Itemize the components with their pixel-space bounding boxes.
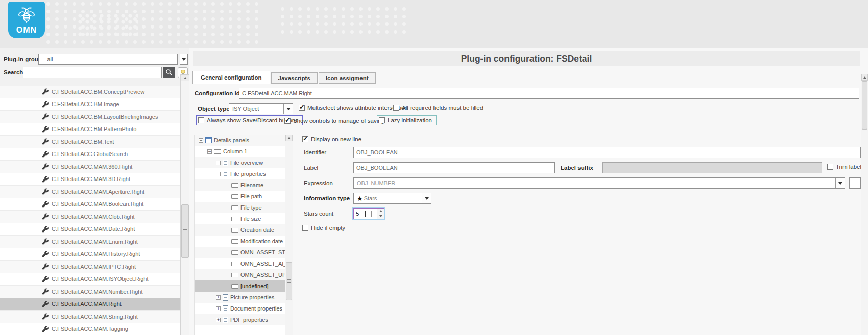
tree-expander-icon[interactable]: –	[216, 172, 221, 176]
sidebar-scrollbar-thumb[interactable]	[181, 204, 189, 258]
expression-combobox[interactable]: OBJ_NUMBER	[353, 177, 845, 189]
checkbox-lazy-initialization[interactable]: Lazy initialization	[379, 117, 432, 123]
plugin-list-item[interactable]: C.FSDetail.ACC.BM.Text	[0, 136, 180, 148]
plugin-group-dropdown-button[interactable]	[180, 54, 188, 65]
object-type-label: Object type	[198, 106, 230, 112]
checkbox-trim-label[interactable]: Trim label.	[827, 164, 863, 170]
plugin-list-item[interactable]: C.FSDetail.ACC.MAM.String.Right	[0, 311, 180, 323]
stars-count-stepper[interactable]	[353, 208, 384, 219]
plugin-group-label: Plug-in group	[4, 56, 42, 62]
tree-item[interactable]: OMN_ASSET_STATUS	[195, 247, 285, 258]
tree-scrollbar[interactable]	[285, 135, 293, 335]
tree-item[interactable]: OMN_ASSET_UPLOAD	[195, 269, 285, 280]
tree-item[interactable]: Creation date	[195, 224, 285, 236]
scroll-up-button[interactable]	[181, 74, 189, 81]
plugin-list-item[interactable]: C.FSDetail.ACC.BM.Image	[0, 98, 180, 111]
tree-item[interactable]: – File properties	[195, 168, 285, 179]
tree-item[interactable]: Modification date	[195, 236, 285, 247]
checkbox-all-required-fields[interactable]: All required fields must be filled	[393, 105, 483, 111]
plugin-list-item[interactable]: C.FSDetail.ACC.MAM.Right	[0, 298, 180, 311]
plugin-list-item[interactable]: C.FSDetail.ACC.MAM.Aperture.Right	[0, 186, 180, 198]
tree-item-label: OMN_ASSET_AI_TAG	[240, 261, 285, 267]
plugin-list-item[interactable]: C.FSDetail.ACC.MAM.IPTC.Right	[0, 261, 180, 273]
chevron-down-icon[interactable]	[422, 193, 431, 203]
checkbox-box[interactable]	[379, 117, 385, 123]
tree-expander-icon[interactable]: +	[216, 306, 221, 311]
tab[interactable]: Icon assigment	[319, 72, 376, 84]
tree-expander-icon[interactable]: –	[207, 149, 212, 154]
tree-item[interactable]: + Document properties	[195, 303, 285, 314]
tree-scrollbar-thumb[interactable]	[286, 262, 292, 300]
main-scrollbar-thumb[interactable]	[862, 81, 867, 130]
title-bar: Plug-in configuration: FSDetail	[193, 51, 860, 66]
plugin-list-item[interactable]: C.FSDetail.ACC.MAM.Number.Right	[0, 286, 180, 298]
checkbox-box[interactable]	[827, 164, 833, 170]
tree-item[interactable]: + PDF properties	[195, 314, 285, 325]
configuration-identifier-input[interactable]	[239, 88, 859, 99]
plugin-list-item[interactable]: C.FSDetail.ACC.MAM.360.Right	[0, 161, 180, 173]
checkbox-display-on-new-line[interactable]: Display on new line	[302, 136, 361, 142]
plugin-list-item[interactable]: C.FSDetail.ACC.MAM.History.Right	[0, 248, 180, 261]
stepper-up-button[interactable]	[377, 209, 384, 214]
plugin-list-item[interactable]: C.FSDetail.ACC.MAM.Boolean.Right	[0, 198, 180, 211]
plugin-list-item[interactable]: C.FSDetail.ACC.GlobalSearch	[0, 148, 180, 161]
checkbox-multiselect-intersection[interactable]: Multiselect shows attribute intersection	[299, 105, 408, 111]
information-type-select[interactable]: ★Stars	[353, 193, 431, 204]
stepper-down-button[interactable]	[377, 214, 384, 219]
plugin-list-item[interactable]: C.FSDetail.ACC.MAM.Tagging	[0, 323, 180, 335]
omn-logo[interactable]: OMN	[8, 2, 45, 38]
plugin-list-item[interactable]: C.FSDetail.ACC.MAM.ISYObject.Right	[0, 273, 180, 286]
identifier-input[interactable]	[353, 147, 861, 158]
tree-expander-icon[interactable]: –	[199, 138, 203, 143]
label-input[interactable]	[353, 162, 555, 173]
wrench-icon	[42, 226, 49, 233]
plugin-list-item[interactable]: C.FSDetail.ACC.MAM.3D.Right	[0, 173, 180, 186]
checkbox-box[interactable]	[302, 225, 308, 231]
plugin-list-item-label: C.FSDetail.ACC.GlobalSearch	[52, 151, 128, 157]
checkbox-box[interactable]	[299, 105, 305, 111]
chevron-down-icon[interactable]	[835, 178, 845, 188]
plugin-list-item[interactable]: C.FSDetail.ACC.BM.PatternPhoto	[0, 123, 180, 136]
plugin-list-item[interactable]: C.FSDetail.ACC.MAM.Clob.Right	[0, 211, 180, 223]
checkbox-box[interactable]	[393, 105, 399, 111]
plugin-list-item[interactable]: C.FSDetail.ACC.MAM.Date.Right	[0, 223, 180, 236]
tree-item[interactable]: – Details panels	[195, 135, 285, 146]
tree-item[interactable]: – File overview	[195, 157, 285, 168]
plugin-list-item[interactable]: C.FSDetail.ACC.MAM.Enum.Right	[0, 236, 180, 248]
wrench-icon	[42, 276, 49, 282]
scroll-up-button[interactable]	[861, 74, 868, 81]
tree-expander-icon[interactable]: +	[216, 318, 221, 322]
plugin-list-item[interactable]: C.FSDetail.ACC.BM.ConceptPreview	[0, 86, 180, 98]
tab[interactable]: General configuration	[192, 71, 270, 84]
checkbox-show-controls-saving[interactable]: Show controls to manage of saving	[284, 118, 384, 124]
tree-item[interactable]: + Picture properties	[195, 292, 285, 303]
search-input[interactable]	[23, 67, 162, 78]
tree-item[interactable]: [undefined]	[195, 280, 285, 292]
sidebar-scrollbar[interactable]	[180, 74, 189, 335]
plugin-list-item-label: C.FSDetail.ACC.BM.Image	[52, 101, 119, 107]
chevron-down-icon[interactable]	[283, 104, 293, 114]
tree-item[interactable]: File size	[195, 213, 285, 224]
checkbox-always-show-save-discard[interactable]: Always show Save/Discard buttons	[198, 117, 298, 123]
checkbox-box[interactable]	[302, 136, 308, 142]
tree-expander-icon[interactable]: +	[216, 295, 221, 300]
tab[interactable]: Javascripts	[271, 72, 318, 84]
expression-extra-button[interactable]	[849, 177, 861, 189]
tree-item[interactable]: Filename	[195, 179, 285, 191]
object-type-select[interactable]: ISY Object	[229, 103, 293, 114]
search-button[interactable]	[163, 67, 175, 78]
checkbox-box[interactable]	[284, 118, 291, 124]
tree-item[interactable]: File path	[195, 191, 285, 202]
checkbox-box[interactable]	[198, 117, 204, 123]
scroll-up-button[interactable]	[285, 135, 293, 141]
main-scrollbar[interactable]	[861, 74, 868, 335]
tree-item[interactable]: File type	[195, 202, 285, 213]
wrench-icon	[42, 251, 49, 257]
tree-expander-icon[interactable]: –	[216, 161, 221, 165]
tree-item[interactable]: – Column 1	[195, 146, 285, 157]
checkbox-hide-if-empty[interactable]: Hide if empty	[302, 225, 345, 231]
tree-item[interactable]: OMN_ASSET_AI_TAG	[195, 258, 285, 269]
plugin-group-select[interactable]: -- all --	[38, 54, 178, 65]
plugin-list-item-label: C.FSDetail.ACC.BM.Text	[52, 139, 114, 145]
plugin-list-item[interactable]: C.FSDetail.ACC.BM.LayoutBriefingImages	[0, 111, 180, 123]
